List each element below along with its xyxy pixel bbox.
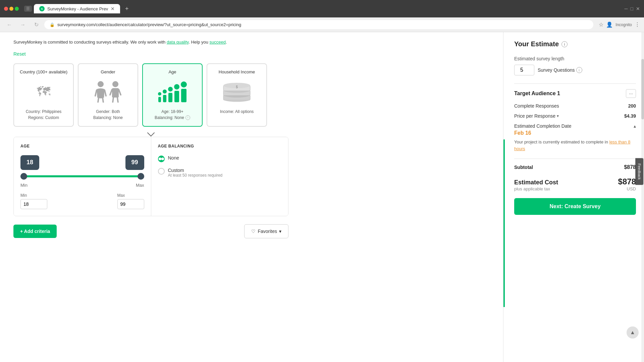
price-per-response-chevron-icon[interactable]: ▾ <box>557 114 559 118</box>
succeed-link[interactable]: succeed <box>210 40 226 45</box>
country-card-icon: 🗺 <box>18 78 69 105</box>
intro-text: SurveyMonkey is committed to conducting … <box>13 39 288 46</box>
max-age-input[interactable] <box>117 199 144 209</box>
slider-min-box: 18 <box>20 155 39 170</box>
new-tab-btn[interactable]: + <box>122 4 131 13</box>
household-income-card-title: Household Income <box>211 69 262 74</box>
gender-card-title: Gender <box>83 69 133 74</box>
none-radio-option[interactable]: None <box>158 155 282 162</box>
completion-date-section: Estimated Completion Date ▴ Feb 16 Your … <box>514 123 636 152</box>
min-input-group: Min <box>20 193 47 209</box>
divider-1 <box>514 83 636 84</box>
balancing-panel-title: AGE BALANCING <box>158 144 282 148</box>
household-income-card-icon: $ <box>211 78 262 105</box>
complete-responses-value: 200 <box>628 103 636 109</box>
estimate-sidebar: Your Estimate i Estimated survey length … <box>503 32 644 362</box>
price-per-response-row: Price per Response ▾ $4.39 <box>514 113 636 119</box>
feedback-tab[interactable]: Feedback <box>635 158 643 185</box>
cost-sub-row: plus applicable tax USD <box>514 186 636 191</box>
age-slider-panel: AGE 18 99 Min Max <box>14 137 151 216</box>
back-btn[interactable]: ← <box>4 19 15 30</box>
svg-text:$: $ <box>236 85 238 89</box>
criteria-cards: Country (100+ available) 🗺 Country: Phil… <box>13 63 288 127</box>
svg-point-5 <box>112 81 118 87</box>
custom-radio-labels: Custom At least 50 responses required <box>168 168 223 178</box>
scroll-up-button[interactable]: ▲ <box>627 326 639 339</box>
refresh-btn[interactable]: ↻ <box>31 19 42 30</box>
person-5 <box>181 81 187 102</box>
your-estimate-label: Your Estimate <box>514 40 559 48</box>
sidebar-scrollbar-thumb[interactable] <box>641 59 644 119</box>
favorites-button[interactable]: ♡ Favorites ▾ <box>244 224 288 238</box>
incognito-label: Incognito <box>615 22 632 27</box>
custom-radio-sublabel: At least 50 responses required <box>168 173 223 178</box>
age-balancing-info-icon[interactable]: i <box>185 115 190 120</box>
age-card-title: Age <box>147 69 198 74</box>
target-more-button[interactable]: ··· <box>626 89 636 98</box>
close-btn[interactable]: ✕ <box>636 6 640 11</box>
reset-link[interactable]: Reset <box>13 51 288 57</box>
url-text: surveymonkey.com/collect/audience/calcul… <box>57 22 241 27</box>
custom-radio-option[interactable]: Custom At least 50 responses required <box>158 168 282 178</box>
svg-line-10 <box>119 89 121 95</box>
balancing-panel: AGE BALANCING None C <box>151 137 288 216</box>
lock-icon: 🔒 <box>50 22 55 27</box>
household-income-card[interactable]: Household Income $ <box>207 63 267 127</box>
survey-questions-info-icon[interactable]: i <box>576 67 582 73</box>
tab-close-btn[interactable]: ✕ <box>111 6 115 11</box>
complete-responses-row: Complete Responses 200 <box>514 103 636 109</box>
profile-icon[interactable]: 👤 <box>606 21 613 28</box>
favicon: S <box>39 6 45 11</box>
forward-btn[interactable]: → <box>17 19 28 30</box>
bottom-action-bar: + Add criteria ♡ Favorites ▾ <box>13 224 288 238</box>
age-card[interactable]: Age <box>142 63 203 127</box>
main-scroll-area[interactable]: SurveyMonkey is committed to conducting … <box>0 32 503 362</box>
max-input-group: Max <box>117 193 144 209</box>
cost-tax-label: plus applicable tax <box>514 186 550 191</box>
slider-thumb-min[interactable] <box>20 173 27 180</box>
content-area: SurveyMonkey is committed to conducting … <box>0 32 302 252</box>
browser-tab[interactable]: S SurveyMonkey - Audience Prev ✕ <box>34 4 120 13</box>
survey-questions-input[interactable] <box>514 65 534 75</box>
country-card-title: Country (100+ available) <box>18 69 69 74</box>
target-audience-title: Target Audience 1 <box>514 90 560 97</box>
household-income-card-info: Income: All options <box>211 109 262 115</box>
svg-rect-6 <box>112 88 119 98</box>
maximize-btn[interactable]: □ <box>631 6 633 11</box>
estimated-cost-label: Estimated Cost <box>514 179 558 186</box>
age-panel-title: AGE <box>20 144 144 148</box>
target-audience-section: Target Audience 1 ··· Complete Responses… <box>514 89 636 152</box>
survey-length-label: Estimated survey length <box>514 56 636 61</box>
age-card-icon <box>147 78 198 105</box>
data-quality-link[interactable]: data quality <box>167 40 189 45</box>
complete-responses-label: Complete Responses <box>514 103 559 109</box>
custom-radio-label: Custom <box>168 168 223 173</box>
max-label: Max <box>136 183 144 188</box>
gender-card-info: Gender: Both Balancing: None <box>83 109 133 121</box>
gender-card[interactable]: Gender <box>78 63 138 127</box>
completion-chevron-icon[interactable]: ▴ <box>634 123 636 129</box>
none-radio-circle[interactable] <box>158 156 165 162</box>
estimate-info-icon[interactable]: i <box>561 41 568 47</box>
min-age-input[interactable] <box>20 199 47 209</box>
age-balancing-panels: AGE 18 99 Min Max <box>13 137 288 216</box>
slider-value-display: 18 99 <box>20 155 144 170</box>
next-create-survey-button[interactable]: Next: Create Survey <box>514 198 636 215</box>
custom-radio-circle[interactable] <box>158 168 165 175</box>
menu-icon[interactable]: ⋮ <box>635 21 640 28</box>
survey-length-row: Survey Questions i <box>514 65 636 75</box>
age-slider-track[interactable] <box>20 175 144 177</box>
age-card-info: Age: 18-99+ Balancing: None i <box>147 109 198 121</box>
country-card[interactable]: Country (100+ available) 🗺 Country: Phil… <box>13 63 74 127</box>
sidebar-scrollbar[interactable] <box>641 32 644 362</box>
address-bar[interactable]: 🔒 surveymonkey.com/collect/audience/calc… <box>44 20 593 29</box>
minimize-btn[interactable]: ─ <box>625 6 628 11</box>
add-criteria-button[interactable]: + Add criteria <box>13 225 57 238</box>
female-figure-icon <box>95 81 107 103</box>
person-4 <box>174 84 179 102</box>
person-3 <box>168 87 173 102</box>
page-content: SurveyMonkey is committed to conducting … <box>0 32 644 362</box>
star-icon[interactable]: ☆ <box>599 21 603 28</box>
slider-thumb-max[interactable] <box>138 173 144 180</box>
person-1 <box>158 92 161 102</box>
